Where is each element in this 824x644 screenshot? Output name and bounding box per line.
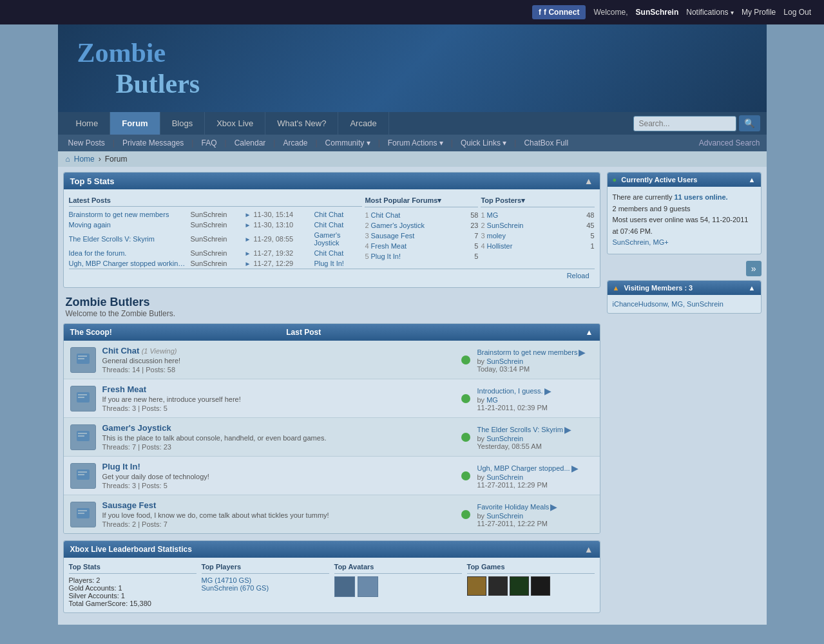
expand-sidebar-button[interactable]: »: [746, 261, 762, 276]
forum-name-gamerjoystick: Gamer's Joystick: [102, 423, 454, 433]
search-input[interactable]: [633, 116, 736, 131]
forum-desc-gamerjoystick: This is the place to talk about console,…: [102, 434, 454, 442]
xbl-collapse-button[interactable]: ▲: [584, 544, 593, 554]
logout-link[interactable]: Log Out: [783, 8, 811, 17]
nav-tab-whatsnew[interactable]: What's New?: [265, 112, 338, 135]
forum-list-panel: The Scoop! Last Post ▲ Chit Chat (1 View…: [63, 323, 600, 534]
active-users-collapse[interactable]: ▲: [749, 176, 756, 184]
main-content: Top 5 Stats ▲ Latest Posts Brainstorm to…: [63, 172, 600, 620]
forum-status-sausagefest: [459, 510, 472, 519]
latest-posts-header: Latest Posts: [69, 194, 363, 207]
forum-info-chitchat: Chit Chat (1 Viewing) General discussion…: [102, 346, 454, 374]
nav-tab-blogs[interactable]: Blogs: [160, 112, 206, 135]
forum-list-collapse-button[interactable]: ▲: [586, 328, 593, 337]
stats-collapse-button[interactable]: ▲: [584, 176, 593, 186]
forum-row-chitchat: Chit Chat (1 Viewing) General discussion…: [64, 341, 600, 379]
lp-date-3: 11-29, 08:55: [253, 235, 311, 243]
xbl-player-2[interactable]: SunSchrein (670 GS): [202, 584, 329, 592]
forum-viewing-chitchat: (1 Viewing): [142, 347, 177, 355]
svg-rect-14: [78, 513, 84, 514]
stats-grid: Latest Posts Brainstorm to get new membe…: [69, 194, 595, 269]
last-post-header: Last Post: [286, 328, 321, 337]
facebook-connect-label: f Connect: [544, 8, 579, 17]
xbl-game-2: [488, 576, 508, 596]
lastpost-time-sausagefest: 11-27-2011, 12:22 PM: [477, 520, 593, 527]
nav-search: 🔍: [633, 115, 760, 131]
subnav-arcade[interactable]: Arcade: [279, 137, 311, 149]
lastpost-link-sausagefest[interactable]: Favorite Holiday Meals ▶: [477, 502, 593, 512]
forum-name-freshmeat: Fresh Meat: [102, 384, 454, 394]
lp-forum-5[interactable]: Plug It In!: [314, 260, 362, 267]
visiting-members-list[interactable]: iChanceHudsonw, MG, SunSchrein: [613, 300, 723, 308]
my-profile-link[interactable]: My Profile: [742, 8, 776, 17]
visiting-members-body: iChanceHudsonw, MG, SunSchrein: [608, 295, 761, 313]
nav-tab-arcade[interactable]: Arcade: [338, 112, 388, 135]
forum-status-gamerjoystick: [459, 433, 472, 442]
nav-tab-home[interactable]: Home: [64, 112, 111, 135]
subnav-community[interactable]: Community ▾: [321, 137, 374, 149]
stats-panel-header: Top 5 Stats ▲: [64, 173, 600, 189]
subnav-calendar[interactable]: Calendar: [231, 137, 270, 149]
forum-status-plugitin: [459, 471, 472, 480]
visiting-members-header: ▲ Visiting Members : 3 ▲: [608, 281, 761, 295]
lp-title-3[interactable]: The Elder Scrolls V: Skyrim: [69, 235, 188, 243]
tp-row-1: 1MG 48: [481, 210, 594, 220]
stats-panel-body: Latest Posts Brainstorm to get new membe…: [64, 189, 600, 287]
forum-row-sausagefest: Sausage Fest If you love food, I know we…: [64, 495, 600, 533]
lp-author-4: SunSchrein: [191, 249, 242, 257]
xbl-player-1[interactable]: MG (14710 GS): [202, 576, 329, 584]
subnav-chatbox[interactable]: ChatBox Full: [520, 137, 572, 149]
lastpost-link-plugitin[interactable]: Ugh, MBP Charger stopped... ▶: [477, 463, 593, 473]
subnav-new-posts[interactable]: New Posts: [64, 137, 109, 149]
sub-nav: New Posts | Private Messages | FAQ | Cal…: [58, 135, 767, 151]
active-users-panel: ● Currently Active Users ▲ There are cur…: [607, 172, 762, 254]
facebook-connect-button[interactable]: f f Connect: [532, 5, 586, 19]
subnav-faq[interactable]: FAQ: [197, 137, 220, 149]
xbl-panel-title: Xbox Live Leaderboard Statistics: [70, 545, 192, 554]
online-members[interactable]: SunSchrein, MG+: [613, 238, 669, 246]
subnav-forum-actions[interactable]: Forum Actions ▾: [384, 137, 447, 149]
svg-rect-5: [78, 397, 84, 398]
breadcrumb-home[interactable]: Home: [74, 155, 95, 164]
forum-stats-freshmeat: Threads: 3 | Posts: 5: [102, 404, 454, 412]
lp-date-2: 11-30, 13:10: [253, 221, 311, 229]
visiting-collapse[interactable]: ▲: [749, 284, 756, 292]
lastpost-link-chitchat[interactable]: Brainstorm to get new members ▶: [477, 347, 593, 357]
lp-author-2: SunSchrein: [191, 221, 242, 229]
lp-forum-4[interactable]: Chit Chat: [314, 249, 362, 257]
lastpost-link-gamerjoystick[interactable]: The Elder Scrolls V: Skyrim ▶: [477, 424, 593, 435]
record-text: Most users ever online was 54, 11-20-201…: [613, 216, 749, 235]
forum-info-freshmeat: Fresh Meat If you are new here, introduc…: [102, 384, 454, 412]
lp-author-3: SunSchrein: [191, 235, 242, 243]
xbl-top-games-header: Top Games: [467, 563, 595, 574]
lp-title-4[interactable]: Idea for the forum.: [69, 249, 188, 257]
subnav-quick-links[interactable]: Quick Links ▾: [457, 137, 510, 149]
subnav-advanced-search[interactable]: Advanced Search: [699, 138, 760, 147]
lp-forum-2[interactable]: Chit Chat: [314, 221, 362, 229]
site-header: Zombie Butlers: [58, 24, 767, 112]
lp-title-1[interactable]: Brainstorm to get new members: [69, 211, 188, 218]
xbl-stat-4: Total GamerScore: 15,380: [69, 600, 196, 607]
forum-desc-plugitin: Get your daily dose of technology!: [102, 473, 454, 480]
stats-reload-button[interactable]: Reload: [69, 269, 595, 282]
xbl-top-stats-col: Top Stats Players: 2 Gold Accounts: 1 Si…: [69, 563, 196, 607]
lp-forum-1[interactable]: Chit Chat: [314, 211, 362, 218]
subnav-private-messages[interactable]: Private Messages: [119, 137, 187, 149]
lp-forum-3[interactable]: Gamer's Joystick: [314, 231, 362, 247]
search-button[interactable]: 🔍: [739, 115, 760, 131]
lp-date-5: 11-27, 12:29: [253, 260, 311, 267]
lastpost-link-freshmeat[interactable]: Introduction, I guess. ▶: [477, 386, 593, 396]
nav-tab-forum[interactable]: Forum: [110, 112, 160, 135]
nav-tab-xboxlive[interactable]: Xbox Live: [205, 112, 265, 135]
forum-name-chitchat: Chit Chat (1 Viewing): [102, 346, 454, 355]
lastpost-arrow-freshmeat: ▶: [544, 386, 551, 396]
lp-author-1: SunSchrein: [191, 211, 242, 218]
lp-title-2[interactable]: Moving again: [69, 221, 188, 229]
forum-list-title: The Scoop!: [70, 328, 112, 337]
tp-row-4: 4Hollister 1: [481, 241, 594, 251]
stats-panel-title: Top 5 Stats: [70, 176, 115, 186]
notifications-link[interactable]: Notifications ▾: [686, 8, 734, 17]
lastpost-by-plugitin: by SunSchrein: [477, 473, 593, 481]
lp-title-5[interactable]: Ugh, MBP Charger stopped working...: [69, 260, 188, 267]
svg-rect-1: [78, 355, 87, 357]
